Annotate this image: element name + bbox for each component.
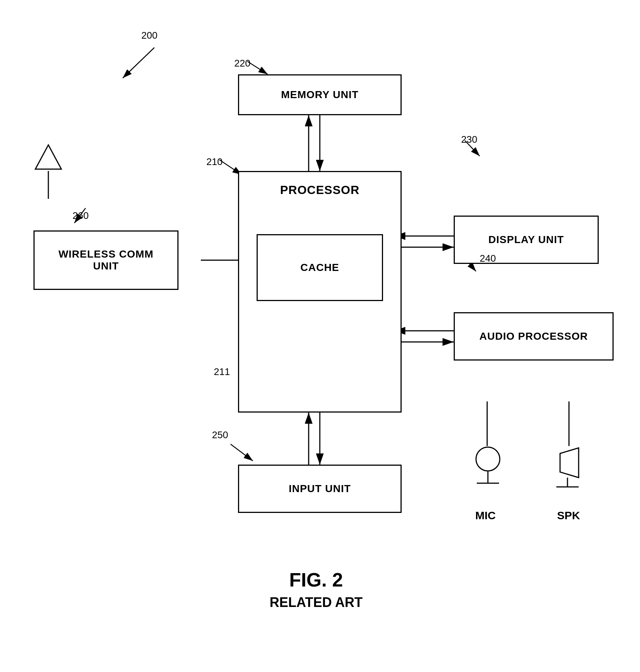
antenna-icon — [33, 141, 63, 201]
ref-240: 240 — [480, 253, 496, 264]
input-unit-box: INPUT UNIT — [238, 465, 402, 513]
memory-unit-box: MEMORY UNIT — [238, 74, 402, 115]
ref-220: 220 — [234, 58, 250, 69]
processor-box: PROCESSOR CACHE — [238, 171, 402, 413]
ref-210: 210 — [206, 156, 222, 168]
ref-211: 211 — [214, 366, 230, 378]
ref-250: 250 — [212, 429, 228, 441]
ref-200: 200 — [141, 30, 157, 41]
input-unit-label: INPUT UNIT — [289, 483, 351, 495]
svg-marker-26 — [560, 448, 579, 478]
display-unit-box: DISPLAY UNIT — [454, 216, 599, 264]
svg-point-23 — [476, 447, 500, 471]
diagram: 200 MEMORY UNIT 220 PROCESSOR CACHE 210 … — [0, 0, 640, 672]
svg-line-8 — [231, 444, 253, 461]
spk-label: SPK — [557, 509, 580, 522]
spk-icon — [549, 446, 590, 494]
cache-label: CACHE — [300, 262, 340, 274]
processor-label: PROCESSOR — [280, 183, 359, 197]
memory-unit-label: MEMORY UNIT — [281, 89, 359, 101]
cache-box: CACHE — [257, 234, 383, 301]
svg-line-2 — [123, 48, 154, 78]
wireless-comm-box: WIRELESS COMM UNIT — [33, 230, 179, 290]
audio-processor-label: AUDIO PROCESSOR — [479, 330, 588, 342]
mic-icon — [469, 446, 506, 494]
audio-processor-box: AUDIO PROCESSOR — [454, 312, 614, 361]
wireless-comm-label: WIRELESS COMM UNIT — [58, 248, 154, 272]
fig-sublabel: RELATED ART — [223, 595, 409, 610]
fig-label: FIG. 2 — [223, 569, 409, 591]
svg-marker-22 — [35, 145, 61, 169]
mic-label: MIC — [475, 509, 496, 522]
ref-230: 230 — [461, 134, 477, 145]
ref-260: 260 — [73, 210, 89, 222]
display-unit-label: DISPLAY UNIT — [488, 234, 564, 246]
